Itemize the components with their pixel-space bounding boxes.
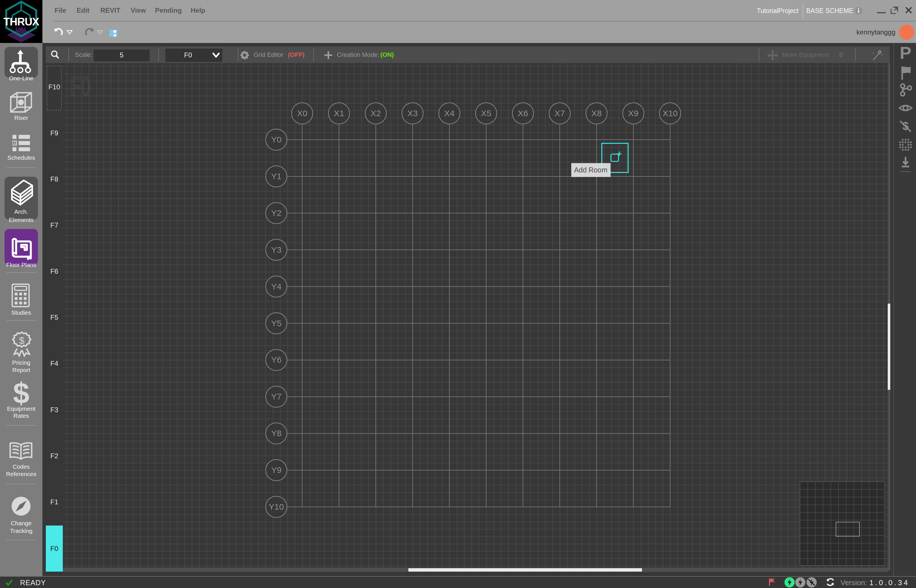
svg-text:Y0: Y0 (271, 135, 282, 144)
svg-text:Y8: Y8 (271, 428, 282, 438)
svg-text:$: $ (19, 335, 24, 346)
svg-text:F5: F5 (50, 313, 58, 321)
svg-text:Y10: Y10 (269, 502, 284, 511)
svg-text:X2: X2 (371, 108, 381, 118)
svg-text:Y5: Y5 (271, 318, 282, 328)
svg-text:F7: F7 (50, 221, 58, 229)
svg-text:F1: F1 (50, 498, 58, 506)
svg-text:THRUX: THRUX (3, 16, 40, 28)
svg-text:X7: X7 (555, 108, 565, 118)
svg-text:X9: X9 (628, 108, 639, 118)
svg-text:X0: X0 (297, 108, 307, 118)
svg-text:P: P (900, 43, 911, 63)
svg-text:X10: X10 (663, 108, 678, 118)
svg-text:X1: X1 (334, 108, 344, 118)
svg-text:F0: F0 (70, 71, 91, 101)
svg-text:Y7: Y7 (271, 392, 282, 401)
svg-text:F0: F0 (50, 545, 58, 552)
svg-text:X5: X5 (481, 108, 492, 118)
svg-text:F2: F2 (50, 452, 58, 460)
svg-text:F10: F10 (49, 83, 60, 91)
svg-text:Y3: Y3 (271, 245, 282, 254)
svg-text:F9: F9 (50, 129, 58, 137)
svg-text:Y1: Y1 (271, 171, 282, 181)
svg-text:Y4: Y4 (271, 282, 282, 291)
svg-text:Add Room: Add Room (574, 166, 607, 174)
svg-text:F3: F3 (50, 406, 58, 414)
svg-text:X4: X4 (444, 108, 455, 118)
svg-text:F4: F4 (50, 360, 58, 367)
svg-text:X8: X8 (591, 108, 602, 118)
svg-text:X6: X6 (518, 108, 528, 118)
svg-text:X3: X3 (407, 108, 418, 118)
svg-text:F8: F8 (50, 175, 58, 183)
svg-text:Y9: Y9 (271, 465, 282, 475)
svg-text:Y6: Y6 (271, 355, 282, 364)
svg-text:Y2: Y2 (271, 208, 282, 218)
svg-text:F6: F6 (50, 267, 58, 275)
